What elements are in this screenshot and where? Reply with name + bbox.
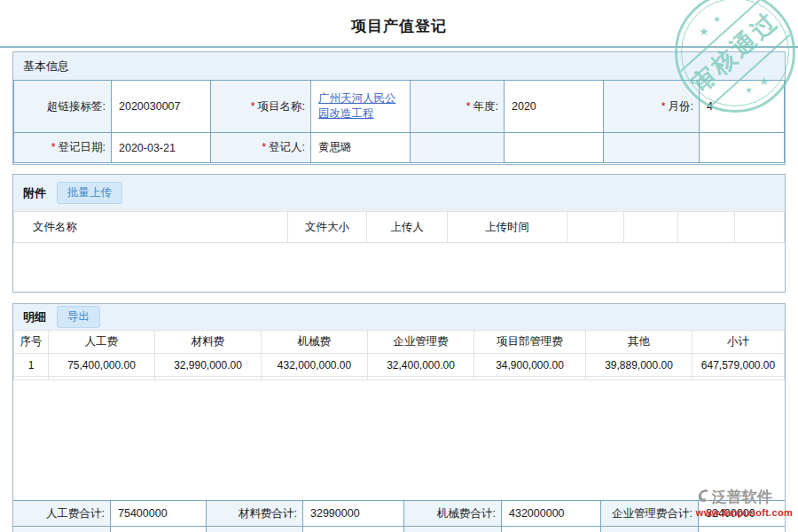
col-empty [735,212,785,243]
col-empty [678,212,735,243]
col-seq: 序号 [14,331,49,354]
attachments-table: 文件名称 文件大小 上传人 上传时间 [13,211,785,243]
material-total-value: 32990000 [303,501,404,527]
required-mark: * [661,100,666,113]
cell-project-dept-mgmt-fee: 34,900,000.00 [474,354,586,377]
management-total-value: 32400000 [699,501,786,527]
col-enterprise-mgmt-fee: 企业管理费 [368,331,474,354]
register-date-value: 2020-03-21 [112,133,211,163]
title-divider [0,46,798,48]
attachments-header: 附件 批量上传 [13,175,785,211]
empty-value-cell [700,133,785,163]
register-date-label: *登记日期: [14,133,112,163]
empty-label-cell [411,133,505,163]
registrant-value: 黄思璐 [311,133,411,163]
cell-subtotal: 647,579,000.00 [692,354,785,377]
empty-label-cell [207,527,303,532]
attachments-section: 附件 批量上传 文件名称 文件大小 上传人 上传时间 [12,174,786,293]
empty-label-cell [604,133,700,163]
totals-table: 人工费合计: 75400000 材料费合计: 32990000 机械费合计: 4… [12,500,786,532]
col-labor-cost: 人工费 [49,331,155,354]
management-total-label: 企业管理费合计: [601,501,699,527]
hyperlink-label: 超链接标签: [14,81,112,133]
hyperlink-value: 2020030007 [112,81,211,133]
col-material-cost: 材料费 [155,331,262,354]
cell-enterprise-mgmt-fee: 32,400,000.00 [368,354,474,377]
empty-value-cell [111,527,207,532]
details-header: 明细 导出 [13,304,785,330]
year-value: 2020 [505,81,604,133]
project-name-value: 广州天河人民公园改造工程 [311,81,411,133]
details-table: 序号 人工费 材料费 机械费 企业管理费 项目部管理费 其他 小计 1 75,4… [13,330,785,380]
col-file-name: 文件名称 [14,212,288,243]
empty-label-cell [13,527,111,532]
registrant-label: *登记人: [211,133,311,163]
machinery-total-label: 机械费合计: [404,501,502,527]
col-other: 其他 [586,331,692,354]
empty-label-cell [601,527,699,532]
attachments-title: 附件 [23,185,46,201]
year-label: *年度: [411,81,505,133]
empty-value-cell [505,133,604,163]
material-total-label: 材料费合计: [207,501,303,527]
col-upload-time: 上传时间 [448,212,567,243]
details-section: 明细 导出 序号 人工费 材料费 机械费 企业管理费 项目部管理费 其他 小计 … [12,303,786,532]
col-project-dept-mgmt-fee: 项目部管理费 [474,331,586,354]
required-mark: * [51,141,56,153]
machinery-total-value: 432000000 [502,501,601,527]
detail-row: 1 75,400,000.00 32,990,000.00 432,000,00… [14,354,785,377]
required-mark: * [251,100,255,113]
empty-label-cell [404,527,502,532]
basic-info-header: 基本信息 [13,52,785,80]
col-subtotal: 小计 [692,331,785,354]
empty-value-cell [502,527,601,532]
empty-value-cell [303,527,404,532]
project-name-label: *项目名称: [211,81,311,133]
empty-value-cell [699,527,786,532]
col-empty [624,212,678,243]
required-mark: * [466,100,471,113]
month-value: 4 [700,81,785,133]
cell-machinery-cost: 432,000,000.00 [262,354,368,377]
labor-total-label: 人工费合计: [13,501,111,527]
details-title: 明细 [23,309,46,325]
labor-total-value: 75400000 [111,501,207,527]
project-name-link[interactable]: 广州天河人民公园改造工程 [318,92,396,120]
col-file-size: 文件大小 [288,212,367,243]
batch-upload-button[interactable]: 批量上传 [57,182,122,203]
month-label: *月份: [604,81,700,133]
col-empty [567,212,624,243]
cell-other: 39,889,000.00 [586,354,692,377]
col-machinery-cost: 机械费 [262,331,368,354]
cell-material-cost: 32,990,000.00 [155,354,262,377]
basic-info-section: 基本信息 超链接标签: 2020030007 *项目名称: 广州天河人民公园改造… [12,51,786,165]
cell-seq: 1 [14,354,49,377]
export-button[interactable]: 导出 [57,306,100,327]
cell-labor-cost: 75,400,000.00 [49,354,155,377]
page-title: 项目产值登记 [0,16,798,36]
empty-detail-row [14,377,785,380]
basic-info-title: 基本信息 [23,59,69,74]
basic-info-table: 超链接标签: 2020030007 *项目名称: 广州天河人民公园改造工程 *年… [13,80,785,163]
col-uploader: 上传人 [367,212,448,243]
required-mark: * [262,141,266,153]
